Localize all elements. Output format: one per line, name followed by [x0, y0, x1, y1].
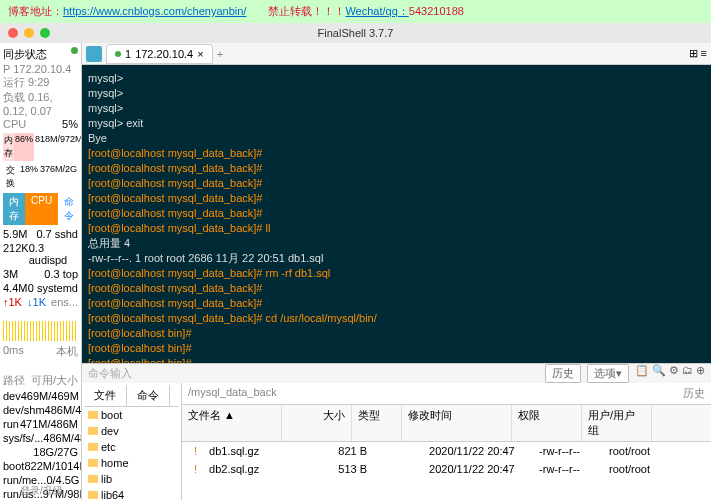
folder-icon: [88, 475, 98, 483]
sidebar-tabs[interactable]: 内存CPU命令: [3, 193, 78, 225]
status-dot-icon: [71, 47, 78, 54]
path-bar[interactable]: /mysql_data_back: [188, 386, 277, 401]
tab-files[interactable]: 文件: [84, 385, 127, 406]
maximize-icon[interactable]: [40, 28, 50, 38]
path-history[interactable]: 历史: [683, 386, 705, 401]
command-input[interactable]: 命令输入: [88, 366, 132, 381]
grid-icon[interactable]: ⊞ ≡: [689, 47, 707, 60]
sync-label: 同步状态: [3, 47, 47, 62]
uptime-label: 运行 9:29: [3, 75, 78, 90]
close-icon[interactable]: [8, 28, 18, 38]
login-link[interactable]: 登录/升级: [20, 484, 63, 498]
session-tabbar: 1 172.20.10.4× + ⊞ ≡: [82, 43, 711, 65]
sidebar: 同步状态 P 172.20.10.4 运行 9:29 负载 0.16, 0.12…: [0, 43, 82, 500]
command-bar: 命令输入 历史 选项▾ 📋 🔍 ⚙ 🗂 ⊕: [82, 363, 711, 383]
ip-label: P 172.20.10.4: [3, 63, 78, 75]
status-dot-icon: [115, 51, 121, 57]
folder-icon: [88, 443, 98, 451]
minimize-icon[interactable]: [24, 28, 34, 38]
load-label: 负载 0.16, 0.12, 0.07: [3, 90, 78, 117]
folder-icon: [88, 411, 98, 419]
folder-icon: [88, 491, 98, 499]
close-icon[interactable]: ×: [197, 48, 203, 60]
file-header[interactable]: 文件名 ▲大小类型修改时间权限用户/用户组: [182, 405, 711, 442]
add-tab-button[interactable]: +: [217, 48, 223, 60]
folder-tree[interactable]: 文件命令 boot dev etc home lib lib64 media m…: [82, 383, 182, 500]
terminal[interactable]: mysql>mysql>mysql>mysql> exitBye [root@l…: [82, 65, 711, 363]
file-row[interactable]: !db2.sql.gz513 B2020/11/22 20:47-rw-r--r…: [182, 460, 711, 478]
home-icon[interactable]: [86, 46, 102, 62]
toolbar-icons[interactable]: 📋 🔍 ⚙ 🗂 ⊕: [635, 364, 705, 383]
folder-icon: [88, 427, 98, 435]
window-titlebar: FinalShell 3.7.7: [0, 23, 711, 43]
session-tab[interactable]: 1 172.20.10.4×: [106, 44, 213, 64]
history-button[interactable]: 历史: [545, 364, 581, 383]
network-chart: [3, 311, 78, 341]
file-panel: /mysql_data_back历史 文件名 ▲大小类型修改时间权限用户/用户组…: [182, 383, 711, 500]
window-title: FinalShell 3.7.7: [318, 27, 394, 39]
tab-commands[interactable]: 命令: [127, 385, 170, 406]
folder-icon: [88, 459, 98, 467]
options-button[interactable]: 选项▾: [587, 364, 629, 383]
file-row[interactable]: !db1.sql.gz821 B2020/11/22 20:47-rw-r--r…: [182, 442, 711, 460]
watermark-banner: 博客地址：https://www.cnblogs.com/chenyanbin/…: [0, 0, 711, 23]
